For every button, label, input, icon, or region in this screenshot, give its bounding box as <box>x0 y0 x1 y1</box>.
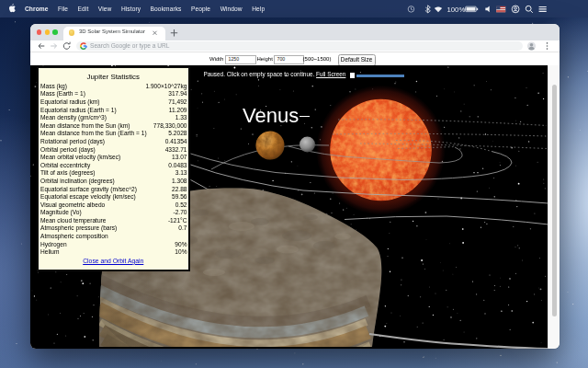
svg-text:100%: 100% <box>447 6 466 14</box>
